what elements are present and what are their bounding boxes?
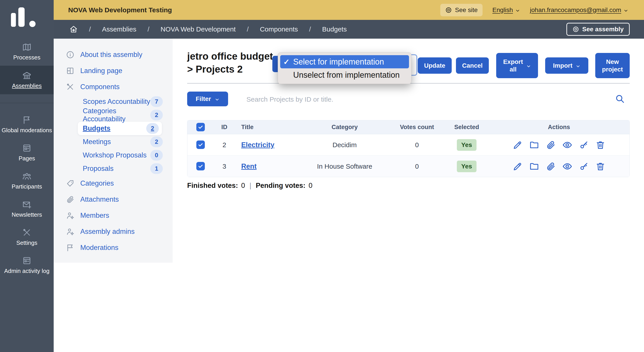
user-menu[interactable]: johan.francocampos@gmail.com — [530, 6, 628, 14]
edit-action-button[interactable] — [513, 140, 522, 150]
sidebar-item-processes[interactable]: Processes — [0, 37, 54, 66]
project-title-link[interactable]: Rent — [241, 162, 257, 170]
nav-item-budgets[interactable]: Budgets2 — [78, 122, 162, 135]
tools-icon — [22, 228, 32, 237]
column-selected: Selected — [445, 120, 488, 134]
select-all-checkbox[interactable] — [196, 123, 205, 131]
user-gear-icon — [66, 211, 74, 220]
nav-item-assembly-admins[interactable]: Assembly admins — [54, 224, 173, 240]
site-title: NOVA Web Development Testing — [68, 6, 172, 14]
sidebar-item-newsletters[interactable]: Newsletters — [0, 195, 54, 223]
page-title: jetro office budget > Projects 2 — [187, 50, 273, 76]
cancel-button[interactable]: Cancel — [456, 57, 489, 74]
cancel-label: Cancel — [462, 62, 483, 69]
sidebar-item-pages[interactable]: Pages — [0, 139, 54, 167]
nav-item-proposals[interactable]: Proposals1 — [54, 162, 173, 175]
option-unselect-from-implementation[interactable]: ✓ Unselect from implementation — [280, 68, 409, 82]
sidebar-item-label: Newsletters — [10, 211, 44, 218]
language-menu[interactable]: English — [492, 6, 520, 14]
sidebar-item-global-moderations[interactable]: Global moderations — [0, 110, 54, 139]
count-badge: 0 — [150, 150, 163, 161]
sidebar-item-participants[interactable]: Participants — [0, 167, 54, 195]
nav-item-categories-accountability[interactable]: Categories Accountability2 — [54, 108, 173, 122]
sidebar-item-settings[interactable]: Settings — [0, 223, 54, 251]
import-label: Import — [553, 62, 572, 69]
folder-action-button[interactable] — [529, 162, 539, 171]
nav-item-label: Moderations — [80, 244, 118, 252]
check-icon: ✓ — [283, 57, 293, 66]
sidebar-item-label: Admin activity log — [3, 268, 51, 274]
nav-item-landing-page[interactable]: Landing page — [54, 63, 173, 79]
see-site-label: See site — [455, 6, 478, 14]
export-all-button[interactable]: Export all — [496, 53, 538, 78]
edit-action-button[interactable] — [513, 162, 522, 171]
project-title-link[interactable]: Electricity — [241, 141, 274, 149]
count-badge: 1 — [150, 163, 163, 174]
nav-item-workshop-proposals[interactable]: Workshop Proposals0 — [54, 149, 173, 162]
permissions-action-button[interactable] — [579, 162, 589, 171]
breadcrumb-components[interactable]: Components — [260, 25, 298, 33]
chevron-down-icon — [576, 63, 580, 68]
preview-action-button[interactable] — [562, 162, 572, 171]
table-header-row: ID Title Category Votes count Selected A… — [188, 120, 630, 134]
breadcrumb-separator: / — [309, 25, 311, 33]
chevron-down-icon — [624, 7, 628, 12]
projects-table: ID Title Category Votes count Selected A… — [187, 120, 630, 177]
target-icon — [572, 26, 579, 33]
breadcrumb-assemblies[interactable]: Assemblies — [102, 25, 136, 33]
search-input[interactable] — [246, 93, 595, 106]
home-icon[interactable] — [69, 25, 78, 33]
sidebar-item-label: Settings — [15, 239, 39, 246]
decidim-logo[interactable] — [11, 7, 38, 27]
attachment-action-button[interactable] — [546, 162, 556, 171]
see-assembly-button[interactable]: See assembly — [566, 23, 630, 36]
column-id: ID — [214, 120, 235, 134]
breadcrumb-assembly[interactable]: NOVA Web Development — [160, 25, 236, 33]
breadcrumb-budgets[interactable]: Budgets — [322, 25, 347, 33]
nav-item-label: Members — [80, 211, 109, 219]
nav-item-attachments[interactable]: Attachments — [54, 191, 173, 207]
breadcrumb-separator: / — [148, 25, 149, 33]
column-title: Title — [235, 120, 300, 134]
info-icon — [66, 50, 74, 59]
nav-item-members[interactable]: Members — [54, 207, 173, 224]
delete-action-button[interactable] — [596, 140, 605, 150]
cell-category: In House Software — [300, 156, 389, 177]
nav-item-components[interactable]: Components — [54, 79, 173, 95]
assembly-nav: About this assemblyLanding pageComponent… — [54, 39, 173, 263]
nav-item-categories[interactable]: Categories — [54, 175, 173, 191]
flag-icon — [66, 243, 74, 252]
decidim-admin-app: ProcessesAssembliesGlobal moderationsPag… — [0, 0, 644, 352]
see-site-button[interactable]: See site — [440, 4, 482, 16]
nav-item-meetings[interactable]: Meetings2 — [54, 135, 173, 149]
search-icon[interactable] — [615, 94, 625, 104]
sidebar-item-admin-activity-log[interactable]: Admin activity log — [0, 251, 54, 279]
new-project-label: New project — [602, 58, 623, 73]
preview-action-button[interactable] — [562, 140, 572, 150]
nav-item-about-this-assembly[interactable]: About this assembly — [54, 47, 173, 63]
update-button[interactable]: Update — [418, 57, 452, 74]
new-project-button[interactable]: New project — [595, 53, 630, 78]
option-select-for-implementation[interactable]: ✓ Select for implementation — [280, 55, 409, 68]
nav-item-label: About this assembly — [80, 51, 142, 59]
cell-votes-count: 0 — [389, 134, 445, 156]
cell-category: Decidim — [300, 134, 389, 156]
row-checkbox[interactable] — [196, 141, 205, 149]
nav-item-moderations[interactable]: Moderations — [54, 240, 173, 256]
main-sidebar: ProcessesAssembliesGlobal moderationsPag… — [0, 0, 54, 352]
filter-button[interactable]: Filter — [187, 92, 228, 106]
breadcrumb-separator: / — [89, 25, 91, 33]
attachment-action-button[interactable] — [546, 140, 556, 150]
finished-votes-value: 0 — [241, 181, 245, 190]
topbar: NOVA Web Development Testing See site En… — [54, 0, 644, 20]
permissions-action-button[interactable] — [579, 140, 589, 150]
sidebar-item-assemblies[interactable]: Assemblies — [0, 66, 54, 94]
user-email: johan.francocampos@gmail.com — [530, 6, 621, 14]
import-button[interactable]: Import — [545, 57, 588, 74]
row-checkbox[interactable] — [196, 162, 205, 171]
nav-item-scopes-accountability[interactable]: Scopes Accountability7 — [54, 95, 173, 108]
column-actions: Actions — [488, 120, 630, 134]
folder-action-button[interactable] — [529, 140, 539, 150]
delete-action-button[interactable] — [596, 162, 605, 171]
sidebar-item-label: Pages — [17, 155, 36, 162]
